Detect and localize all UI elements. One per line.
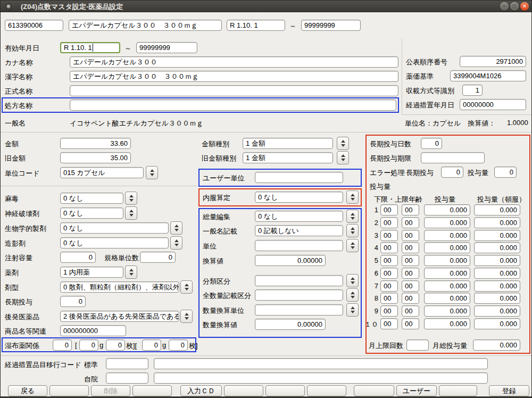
- generic-flag-spinner[interactable]: [180, 310, 193, 323]
- kana-name-field[interactable]: エパデールカプセル３００: [70, 56, 398, 68]
- longterm-field[interactable]: 0: [60, 296, 86, 307]
- dose-row-min-field[interactable]: 00: [380, 280, 398, 292]
- transition-own-code-field[interactable]: [106, 372, 148, 384]
- drug-class-spinner[interactable]: [125, 266, 137, 279]
- brand-relation-field[interactable]: 000000000: [60, 325, 126, 336]
- dose-row-max-field[interactable]: 00: [402, 230, 419, 241]
- blank-button-f7[interactable]: [265, 385, 305, 396]
- blank-button-f6[interactable]: [224, 385, 263, 396]
- longterm-limit-field[interactable]: [421, 152, 485, 163]
- dose-row-dose2-field[interactable]: 0.000: [474, 204, 520, 215]
- dose-row-dose2-field[interactable]: 0.000: [474, 318, 520, 329]
- dose-row-max-field[interactable]: 00: [402, 268, 419, 279]
- close-icon[interactable]: ✕: [520, 2, 529, 11]
- dose-row-dose-field[interactable]: 0.000: [424, 293, 470, 304]
- dose-row-min-field[interactable]: 00: [380, 318, 398, 329]
- narcotic-spinner[interactable]: [125, 192, 137, 205]
- dose-row-dose-field[interactable]: 0.000: [424, 268, 470, 279]
- publish-order-field[interactable]: 2971000: [460, 56, 526, 67]
- blank-button-f4[interactable]: [132, 385, 172, 396]
- window-menu-icon[interactable]: [5, 3, 12, 10]
- dose-row-min-field[interactable]: 00: [380, 242, 398, 253]
- input-cd-button[interactable]: 入力ＣＤ: [180, 385, 222, 396]
- contrast-spinner[interactable]: [170, 236, 182, 250]
- month-total-field[interactable]: 0.000: [473, 339, 520, 351]
- old-amount-type-field[interactable]: 1 金額: [243, 152, 333, 163]
- official-name-field[interactable]: [70, 85, 398, 96]
- narcotic-field[interactable]: 0 なし: [60, 193, 123, 204]
- class-division-field[interactable]: [255, 275, 343, 286]
- user-unit-field[interactable]: [255, 172, 343, 183]
- transition-date-field[interactable]: 00000000: [460, 99, 526, 110]
- generic-desc-spinner[interactable]: [346, 224, 359, 237]
- dose-row-min-field[interactable]: 00: [380, 217, 398, 228]
- compress-sheet1-field[interactable]: 0: [106, 339, 125, 351]
- dose-row-dose2-field[interactable]: 0.000: [474, 242, 520, 253]
- transition-std-name-field[interactable]: [154, 358, 488, 369]
- dose-row-max-field[interactable]: 00: [402, 217, 419, 228]
- blank-button-f11[interactable]: [439, 385, 477, 396]
- unit-field[interactable]: [255, 240, 343, 251]
- dose-row-min-field[interactable]: 00: [380, 255, 398, 266]
- month-limit-field[interactable]: [406, 339, 429, 351]
- dose-row-min-field[interactable]: 00: [380, 268, 398, 279]
- total-edit-spinner[interactable]: [346, 210, 359, 223]
- compress-g1-field[interactable]: 0: [79, 339, 98, 351]
- valid-to-field[interactable]: 99999999: [136, 42, 197, 53]
- amount-type-field[interactable]: 1 金額: [243, 138, 333, 149]
- prescription-name-field[interactable]: [70, 100, 396, 111]
- back-button[interactable]: 戻る: [8, 385, 47, 396]
- dose-row-dose2-field[interactable]: 0.000: [474, 268, 520, 279]
- generic-desc-field[interactable]: 0 記載しない: [255, 225, 343, 236]
- all-qty-field[interactable]: [255, 289, 343, 301]
- contrast-field[interactable]: 0 なし: [60, 237, 169, 248]
- qty-conv-value-field[interactable]: 0.00000: [255, 319, 326, 330]
- dose-row-dose2-field[interactable]: 0.000: [474, 230, 520, 241]
- dose-row-dose-field[interactable]: 0.000: [424, 305, 470, 317]
- dose-row-max-field[interactable]: 00: [402, 255, 419, 266]
- drug-code-field[interactable]: 613390006: [5, 20, 63, 31]
- drug-class-field[interactable]: 1 内用薬: [60, 267, 123, 278]
- dose-row-dose-field[interactable]: 0.000: [424, 230, 470, 241]
- dose-row-min-field[interactable]: 00: [380, 293, 398, 304]
- compress-value-field[interactable]: 0: [53, 339, 72, 351]
- compress-sheet2-field[interactable]: 0: [169, 339, 188, 351]
- top-valid-from-field[interactable]: R 1.10. 1: [227, 20, 285, 31]
- conversion-field[interactable]: 0.00000: [255, 255, 326, 266]
- unit-code-field[interactable]: 015 カプセル: [60, 167, 144, 178]
- generic-flag-field[interactable]: 2 後発医薬品がある先発医薬品である: [60, 311, 179, 322]
- dose-row-dose2-field[interactable]: 0.000: [474, 280, 520, 292]
- dose-row-max-field[interactable]: 00: [402, 305, 419, 317]
- unit-spinner[interactable]: [346, 239, 359, 252]
- old-amount-type-spinner[interactable]: [337, 151, 349, 164]
- price-standard-field[interactable]: 3399004M1026: [450, 70, 526, 81]
- error-longterm-field[interactable]: 0: [441, 167, 463, 178]
- blank-button-f9[interactable]: [354, 385, 394, 396]
- dose-row-dose2-field[interactable]: 0.000: [474, 217, 520, 228]
- delete-button[interactable]: 削除: [91, 385, 130, 396]
- dose-row-max-field[interactable]: 00: [402, 318, 419, 329]
- dose-row-min-field[interactable]: 00: [380, 204, 398, 215]
- register-button[interactable]: 登録: [489, 385, 529, 396]
- standard-units-field[interactable]: 0: [140, 252, 176, 263]
- dosage-form-field[interactable]: 0 散剤、顆粒剤（細粒剤）、液剤以外: [60, 281, 179, 293]
- dose-row-max-field[interactable]: 00: [402, 242, 419, 253]
- dose-row-max-field[interactable]: 00: [402, 280, 419, 292]
- dose-row-min-field[interactable]: 00: [380, 230, 398, 241]
- qty-conv-unit-spinner[interactable]: [346, 303, 359, 317]
- unit-code-spinner[interactable]: [146, 166, 158, 179]
- transition-own-name-field[interactable]: [154, 372, 488, 384]
- longterm-days-field[interactable]: 0: [421, 138, 442, 149]
- blank-button-f8[interactable]: [307, 385, 346, 396]
- nerve-block-spinner[interactable]: [125, 206, 137, 220]
- amount-field[interactable]: 33.60: [60, 138, 131, 149]
- kanji-name-field[interactable]: エパデールカプセル３００ ３００ｍｇ: [70, 71, 398, 82]
- class-division-spinner[interactable]: [346, 274, 359, 287]
- dose-row-dose-field[interactable]: 0.000: [424, 242, 470, 253]
- dose-row-dose-field[interactable]: 0.000: [424, 204, 470, 215]
- user-button[interactable]: ユーザー: [396, 385, 437, 396]
- amount-type-spinner[interactable]: [337, 137, 349, 150]
- dose-row-min-field[interactable]: 00: [380, 305, 398, 317]
- compress-g2-field[interactable]: 0: [142, 339, 161, 351]
- dose-row-dose2-field[interactable]: 0.000: [474, 293, 520, 304]
